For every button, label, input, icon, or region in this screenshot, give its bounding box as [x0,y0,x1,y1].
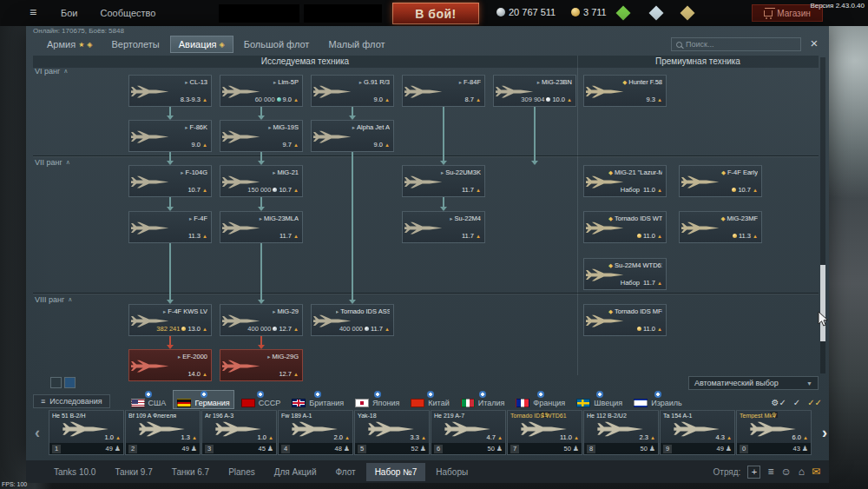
crew-slot-card[interactable]: Yak-183.3▲552♟ [354,410,430,455]
golden-eagles-balance[interactable]: 3 711 [571,7,607,17]
nation-label: Китай [428,399,449,407]
vehicle-card[interactable]: ▸F-84F8.7▲ [402,75,485,107]
double-check-icon[interactable]: ✓✓ [807,398,822,407]
crew-slot-card[interactable]: He 219 A-74.7▲650♟ [431,410,506,455]
vehicle-card[interactable]: ◆Su-22M4 WTD61Набор11.7▲ [583,258,667,290]
vehicle-card[interactable]: ▸G.91 R/39.0▲ [311,75,394,107]
crew-slot-card[interactable]: 19Tornado IDS WTD6111.0▲750♟ [507,410,582,455]
vehicle-card[interactable]: ▸Su-22M411.7▲ [402,211,485,243]
rank-label-text: VI ранг [35,67,60,76]
crew-slot-card[interactable]: Fw 189 A-12.0▲448♟ [278,410,353,455]
crew-level: 48♟ [334,445,350,453]
bookmark-icon-2[interactable] [64,377,76,388]
nation-tab-de[interactable]: Германия [173,390,233,409]
vehicle-card[interactable]: ▸MiG-19S9.7▲ [220,120,303,152]
nation-tab-cn[interactable]: Китай [406,390,453,409]
vehicle-card[interactable]: ◆Tornado IDS WTD6111.0▲ [583,211,667,243]
carousel-right-chevron-icon[interactable]: › [822,424,827,442]
aircraft-type-icon: ▸ [163,308,166,314]
preset-tab[interactable]: Наборы [427,463,477,481]
nation-label: Италия [478,399,505,407]
vehicle-card[interactable]: ▸Tornado IDS ASSTA1400 00011.7▲ [311,304,394,336]
br-arrow-icon: ▲ [293,372,299,377]
cn-flag-icon [411,399,424,407]
crew-slot-card[interactable]: Ta 154 A-14.3▲949♟ [660,410,735,455]
nation-tab-fr[interactable]: Франция [511,390,569,409]
rank-label[interactable]: VI ранг∧ [35,67,68,76]
crew-slot-card[interactable]: He 112 B-2/U22.3▲850♟ [583,410,659,455]
event-bird-icon[interactable] [616,6,631,21]
vehicle-card[interactable]: ▸MiG-23BN309 90410.0▲ [493,75,576,107]
vehicle-card[interactable]: ▸CL-138.3-9.3▲ [128,75,212,107]
preset-tab[interactable]: Флот [326,463,364,481]
silver-lions-balance[interactable]: 20 767 511 [496,7,556,17]
vehicle-card[interactable]: ▸EF-200014.0▲ [128,349,212,381]
crew-slot-card[interactable]: Bf 109 A Флегеля1.3▲249♟ [125,410,201,455]
preset-tab[interactable]: Для Акций [266,463,326,481]
top-bar: ≡ БоиСообщество В бой! 20 767 511 3 711 … [0,0,868,26]
to-battle-button[interactable]: В бой! [392,3,479,24]
repair-check-icon[interactable]: ⚙✓ [772,398,786,407]
vehicle-card[interactable]: ▸Lim-5P60 0009.0▲ [220,75,303,107]
br-arrow-icon: ▲ [385,142,390,148]
vehicle-card[interactable]: ▸MiG-29G12.7▲ [220,349,303,381]
nation-tab-it[interactable]: Италия [457,390,510,409]
vehicle-card[interactable]: ◆MiG-21 "Lazur-M"Набор11.0▲ [583,165,667,197]
check-icon[interactable]: ✓ [793,398,800,407]
vehicle-card[interactable]: ▸F-4F11.3▲ [128,211,212,243]
br-arrow-icon: ▲ [753,188,758,193]
preset-tab[interactable]: Танки 9.7 [106,463,161,481]
battle-rating: 9.0 [283,96,292,103]
research-window: Онлайн: 170675, Боёв: 5848 Армия★◈Вертол… [26,26,829,460]
vehicle-card[interactable]: ▸Alpha Jet A9.0▲ [311,120,394,152]
rank-label[interactable]: VII ранг∧ [35,158,70,167]
vehicle-info: 9.7▲ [283,141,299,149]
vehicle-info: 11.7▲ [462,232,481,240]
workshop-icon[interactable] [649,6,664,21]
vehicle-card[interactable]: ▸F-86K9.0▲ [128,120,212,152]
topbar-menu-item-1[interactable]: Сообщество [100,8,155,18]
vehicle-card[interactable]: ◆Hunter F.589.3▲ [583,75,667,107]
vehicle-card[interactable]: ▸F-104G10.7▲ [128,165,212,197]
nation-tab-se[interactable]: Швеция [572,390,627,409]
preset-tab[interactable]: Planes [220,463,264,481]
vehicle-card[interactable]: ▸MiG-29400 00012.7▲ [220,304,303,336]
crew-slot-card[interactable]: 3Tempest MkV6.0▲043♟ [736,410,812,455]
roster-icon[interactable]: ≡ [767,466,773,478]
vehicle-card[interactable]: ▸Su-22UM3K11.7▲ [402,165,485,197]
items-icon[interactable] [681,6,695,21]
preset-tab[interactable]: Tanks 10.0 [45,463,104,481]
contacts-icon[interactable]: ☺ [780,466,791,478]
hamburger-menu-icon[interactable]: ≡ [30,5,36,19]
airforce-roundel-icon [427,391,434,398]
crew-strip: 552♟ [355,443,429,454]
vehicle-card[interactable]: ▸F-4F KWS LV382 24113.0▲ [128,304,212,336]
br-arrow-icon: ▲ [727,435,732,440]
nation-tab-us[interactable]: США [127,390,171,409]
nation-tab-il[interactable]: Израиль [629,390,687,409]
crew-slot-card[interactable]: He 51 B-2/H1.0▲149♟ [49,410,124,455]
topbar-menu-item-0[interactable]: Бои [61,8,77,18]
nation-tab-jp[interactable]: Япония [351,390,404,409]
vehicle-card[interactable]: ◆F-4F Early10.7▲ [679,165,762,197]
research-mode-dropdown[interactable]: ≡ Исследования [33,394,110,408]
bookmark-icon-1[interactable] [50,377,62,388]
nation-tab-gb[interactable]: Британия [287,390,348,409]
nation-tab-su[interactable]: СССР [237,390,286,409]
carousel-left-chevron-icon[interactable]: ‹ [35,424,40,442]
scrollbar-thumb[interactable] [820,265,825,341]
auto-select-dropdown[interactable]: Автоматический выбор ▼ [688,376,819,390]
browser-icon[interactable]: ⌂ [799,466,805,478]
rank-label[interactable]: VIII ранг∧ [35,295,72,304]
preset-tab[interactable]: Набор №7 [366,463,426,481]
vehicle-card[interactable]: ◆MiG-23MF11.3▲ [679,211,762,243]
preset-tab[interactable]: Танки 6.7 [163,463,218,481]
vehicle-card[interactable]: ▸MiG-21150 00010.7▲ [220,165,303,197]
vehicle-card[interactable]: ◆Tornado IDS MFG11.0▲ [583,304,667,336]
squad-add-button[interactable]: + [747,466,760,479]
mail-icon[interactable]: ✉ [812,466,820,478]
airforce-roundel-icon [201,391,207,398]
vehicle-card[interactable]: ▸MiG-23MLA11.7▲ [220,211,303,243]
crew-slot-card[interactable]: Ar 196 A-31.0▲345♟ [201,410,277,455]
aircraft-type-icon: ▸ [537,79,540,85]
